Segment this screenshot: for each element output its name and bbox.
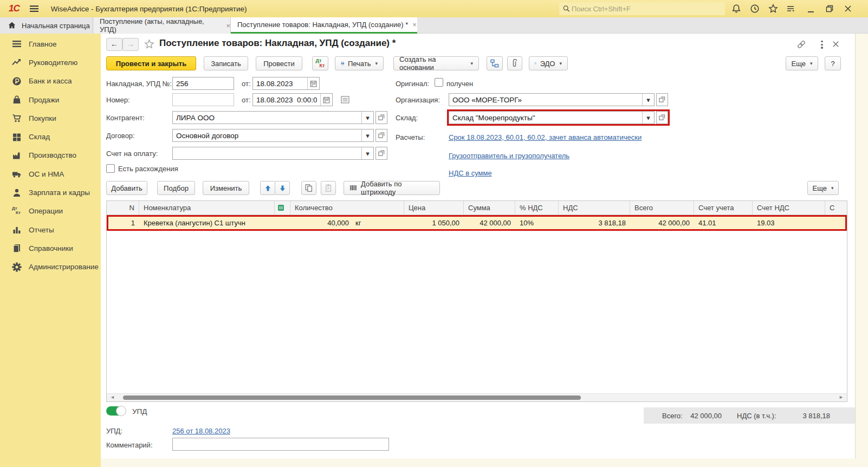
number-input[interactable] bbox=[172, 93, 234, 106]
doc-datetime-input[interactable] bbox=[253, 94, 320, 106]
form-more-button[interactable]: Еще▾ bbox=[786, 56, 818, 70]
post-button[interactable]: Провести bbox=[256, 56, 302, 70]
dropdown-icon[interactable]: ▾ bbox=[642, 94, 654, 106]
tab-receipts-list[interactable]: Поступление (акты, накладные, УПД) × bbox=[93, 17, 231, 34]
tab-receipt-document[interactable]: Поступление товаров: Накладная, УПД (соз… bbox=[231, 17, 417, 34]
post-and-close-button[interactable]: Провести и закрыть bbox=[106, 56, 196, 70]
move-row-down-button[interactable] bbox=[275, 181, 290, 195]
help-button[interactable]: ? bbox=[825, 56, 841, 70]
invoice-date-field[interactable] bbox=[252, 77, 320, 90]
add-row-button[interactable]: Добавить bbox=[106, 181, 147, 195]
payment-invoice-input[interactable] bbox=[173, 147, 361, 159]
forward-button[interactable]: → bbox=[122, 38, 139, 51]
back-button[interactable]: ← bbox=[106, 38, 122, 51]
copy-row-button[interactable] bbox=[301, 181, 316, 195]
payment-invoice-field[interactable]: ▾ bbox=[172, 147, 374, 160]
document-structure-button[interactable] bbox=[487, 56, 503, 70]
table-row[interactable]: 1 Креветка (лангустин) С1 штучн 40,000 к… bbox=[107, 215, 847, 231]
scroll-left-icon[interactable]: ◄ bbox=[110, 394, 115, 401]
favorites-star-icon[interactable] bbox=[768, 4, 778, 14]
upd-toggle[interactable] bbox=[106, 406, 126, 416]
print-button[interactable]: Печать▾ bbox=[335, 56, 384, 70]
sidebar-item-operations[interactable]: ДтКт Операции bbox=[0, 202, 101, 220]
organization-input[interactable] bbox=[449, 94, 642, 106]
table-more-button[interactable]: Еще▾ bbox=[807, 181, 839, 195]
favorite-star-icon[interactable] bbox=[144, 39, 154, 49]
paperclip-icon bbox=[510, 59, 520, 68]
sidebar-item-production[interactable]: Производство bbox=[0, 146, 101, 165]
sidebar-item-purchases[interactable]: Покупки bbox=[0, 109, 101, 127]
sidebar-item-administration[interactable]: Администрирование bbox=[0, 258, 101, 276]
more-menu-dots-icon[interactable] bbox=[817, 40, 827, 50]
counterparty-field[interactable]: ▾ bbox=[172, 111, 374, 124]
history-icon[interactable] bbox=[750, 4, 760, 14]
comment-input[interactable] bbox=[172, 438, 389, 451]
get-link-icon[interactable] bbox=[796, 40, 806, 49]
sidebar-item-bank-cash[interactable]: Банк и касса bbox=[0, 72, 101, 90]
notifications-bell-icon[interactable] bbox=[731, 4, 741, 14]
original-received-checkbox[interactable] bbox=[435, 78, 443, 87]
tab-close-icon[interactable]: × bbox=[226, 22, 230, 30]
warehouse-field[interactable]: ▾ bbox=[449, 111, 655, 124]
open-contract-icon[interactable] bbox=[375, 129, 387, 142]
document-list-icon[interactable] bbox=[340, 95, 350, 105]
sidebar-item-main[interactable]: Главное bbox=[0, 35, 101, 53]
search-input[interactable] bbox=[571, 4, 722, 14]
sidebar-item-salary-hr[interactable]: Зарплата и кадры bbox=[0, 183, 101, 202]
restore-window-icon[interactable] bbox=[825, 4, 834, 14]
save-button[interactable]: Записать bbox=[204, 56, 248, 70]
settlements-link[interactable]: Срок 18.08.2023, 60.01, 60.02, зачет ава… bbox=[449, 133, 642, 141]
dropdown-icon[interactable]: ▾ bbox=[642, 112, 654, 124]
contract-input[interactable] bbox=[173, 129, 361, 141]
dtkt-postings-button[interactable]: ДтКт bbox=[312, 56, 328, 70]
discrepancies-checkbox[interactable] bbox=[106, 164, 115, 173]
dropdown-icon[interactable]: ▾ bbox=[361, 112, 373, 124]
organization-field[interactable]: ▾ bbox=[449, 93, 655, 106]
sidebar-item-fixed-assets[interactable]: ОС и НМА bbox=[0, 165, 101, 183]
warehouse-input[interactable] bbox=[449, 112, 642, 124]
move-row-up-button[interactable] bbox=[260, 181, 275, 195]
counterparty-input[interactable] bbox=[173, 112, 361, 124]
vat-in-sum-link[interactable]: НДС в сумме bbox=[449, 169, 492, 177]
open-warehouse-icon[interactable] bbox=[656, 111, 668, 124]
tab-home[interactable]: Начальная страница bbox=[0, 17, 93, 34]
close-form-icon[interactable] bbox=[831, 40, 841, 49]
scroll-right-icon[interactable]: ► bbox=[839, 394, 844, 401]
invoice-no-input[interactable] bbox=[172, 77, 234, 90]
open-organization-icon[interactable] bbox=[656, 93, 668, 106]
app-window: 1С WiseAdvice - Бухгалтерия предприятия … bbox=[0, 0, 868, 467]
add-by-barcode-button[interactable]: Добавить по штрихкоду bbox=[344, 181, 440, 195]
shipper-consignee-link[interactable]: Грузоотправитель и грузополучатель bbox=[449, 152, 569, 160]
contract-field[interactable]: ▾ bbox=[172, 129, 374, 142]
open-counterparty-icon[interactable] bbox=[375, 111, 387, 124]
calendar-icon[interactable] bbox=[320, 94, 332, 106]
close-window-icon[interactable] bbox=[843, 4, 853, 14]
main-menu-icon[interactable] bbox=[29, 4, 39, 14]
upd-document-link[interactable]: 256 от 18.08.2023 bbox=[172, 427, 230, 435]
dropdown-icon[interactable]: ▾ bbox=[361, 129, 373, 141]
sidebar-item-sales[interactable]: Продажи bbox=[0, 90, 101, 109]
pick-button[interactable]: Подбор bbox=[157, 181, 195, 195]
sidebar-item-directories[interactable]: Справочники bbox=[0, 239, 101, 257]
paste-row-button[interactable] bbox=[321, 181, 336, 195]
edo-button[interactable]: ЭДО▾ bbox=[529, 56, 568, 70]
create-on-basis-button[interactable]: Создать на основании▾ bbox=[393, 56, 479, 70]
calendar-icon[interactable] bbox=[307, 77, 319, 89]
minimize-icon[interactable] bbox=[806, 5, 816, 15]
horizontal-scrollbar[interactable]: ◄ ► bbox=[107, 393, 847, 401]
sidebar-item-reports[interactable]: Отчеты bbox=[0, 220, 101, 239]
scrollbar-thumb[interactable] bbox=[123, 395, 581, 400]
edit-button[interactable]: Изменить bbox=[203, 181, 249, 195]
invoice-date-input[interactable] bbox=[253, 77, 307, 89]
totals-bar: Всего: 42 000,00 НДС (в т.ч.): 3 818,18 bbox=[644, 407, 855, 424]
dropdown-icon[interactable]: ▾ bbox=[361, 147, 373, 159]
doc-datetime-field[interactable] bbox=[252, 93, 333, 106]
sidebar-item-warehouse[interactable]: Склад bbox=[0, 127, 101, 146]
tab-close-icon[interactable]: × bbox=[412, 21, 417, 29]
attachments-button[interactable] bbox=[507, 56, 522, 70]
sidebar-item-manager[interactable]: Руководителю bbox=[0, 53, 101, 72]
number-label: Номер: bbox=[106, 96, 130, 104]
global-search[interactable] bbox=[559, 2, 725, 15]
service-menu-icon[interactable] bbox=[786, 4, 795, 14]
open-payment-invoice-icon[interactable] bbox=[375, 147, 387, 160]
